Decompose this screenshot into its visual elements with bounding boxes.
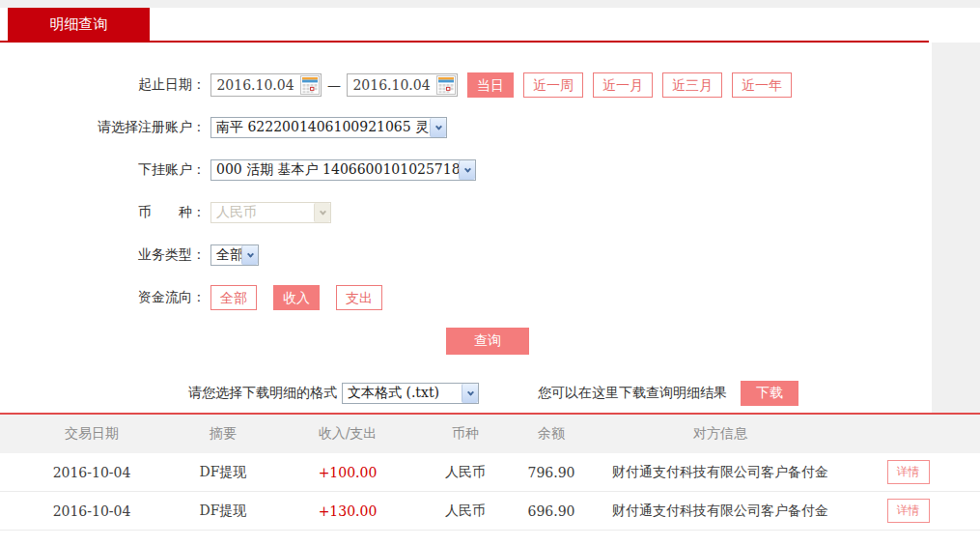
business-type-value: 全部 [211, 246, 241, 264]
results-table: 交易日期 摘要 收入/支出 币种 余额 对方信息 2016-10-04 DF提现… [0, 413, 980, 531]
tab-detail-query[interactable]: 明细查询 [8, 8, 150, 41]
header-balance: 余额 [498, 425, 604, 443]
sub-account-value: 000 活期 基本户 140660010102571848 [211, 161, 459, 179]
fund-flow-income-button[interactable]: 收入 [273, 285, 320, 310]
fund-flow-all-button[interactable]: 全部 [210, 285, 257, 310]
date-from-input[interactable]: 2016.10.04 [210, 73, 322, 97]
table-row: 2016-10-04 DF提现 +130.00 人民币 696.90 财付通支付… [0, 492, 980, 531]
chevron-down-icon[interactable] [241, 245, 258, 265]
cell-summary: DF提现 [183, 503, 263, 520]
detail-button[interactable]: 详情 [887, 499, 930, 523]
cell-counterparty: 财付通支付科技有限公司客户备付金 [604, 464, 836, 481]
cell-summary: DF提现 [183, 464, 263, 481]
calendar-icon[interactable] [299, 74, 321, 96]
query-button[interactable]: 查询 [446, 328, 529, 355]
currency-row: 币 种： 人民币 [0, 200, 929, 225]
cell-balance: 796.90 [498, 465, 604, 480]
cell-amount: +100.00 [263, 465, 433, 480]
business-type-row: 业务类型： 全部 [0, 243, 929, 268]
fund-flow-row: 资金流向： 全部 收入 支出 [0, 285, 929, 310]
date-range-row: 起止日期： 2016.10.04 — 2016.10.04 [0, 72, 929, 98]
cell-transaction-date: 2016-10-04 [0, 465, 183, 480]
query-row: 查询 [0, 328, 929, 355]
cell-currency: 人民币 [433, 503, 498, 520]
date-to-value: 2016.10.04 [348, 77, 435, 93]
chevron-down-icon[interactable] [459, 160, 475, 180]
business-type-label: 业务类型： [0, 246, 206, 264]
date-range-label: 起止日期： [0, 76, 206, 94]
date-from-value: 2016.10.04 [211, 77, 299, 93]
cell-action: 详情 [836, 499, 980, 523]
fund-flow-label: 资金流向： [0, 289, 206, 306]
quick-button-last-year[interactable]: 近一年 [732, 72, 792, 98]
currency-label: 币 种： [0, 204, 206, 221]
sub-account-select[interactable]: 000 活期 基本户 140660010102571848 [210, 159, 476, 181]
register-account-value: 南平 6222001406100921065 灵通卡 [211, 119, 430, 136]
page-top-strip [0, 0, 980, 8]
header-counterparty: 对方信息 [604, 425, 836, 443]
register-account-label: 请选择注册账户： [0, 119, 206, 136]
cell-action: 详情 [836, 460, 980, 484]
register-account-row: 请选择注册账户： 南平 6222001406100921065 灵通卡 [0, 115, 929, 140]
detail-button[interactable]: 详情 [887, 460, 930, 484]
cell-amount: +130.00 [263, 503, 433, 519]
page-right-strip [932, 43, 980, 413]
download-row: 请您选择下载明细的格式 文本格式 (.txt) 您可以在这里下载查询明细结果 下… [188, 381, 929, 406]
header-currency: 币种 [433, 425, 498, 443]
sub-account-label: 下挂账户： [0, 161, 206, 179]
download-format-select[interactable]: 文本格式 (.txt) [342, 383, 479, 404]
cell-counterparty: 财付通支付科技有限公司客户备付金 [604, 503, 836, 520]
chevron-down-icon [314, 203, 330, 222]
currency-select: 人民币 [210, 202, 331, 223]
chevron-down-icon[interactable] [430, 118, 446, 137]
download-button[interactable]: 下载 [741, 381, 798, 406]
query-form: 起止日期： 2016.10.04 — 2016.10.04 [0, 43, 929, 406]
download-format-label: 请您选择下载明细的格式 [188, 385, 337, 402]
tab-bar: 明细查询 [0, 8, 980, 41]
header-income-expense: 收入/支出 [263, 425, 433, 443]
sub-account-row: 下挂账户： 000 活期 基本户 140660010102571848 [0, 158, 929, 183]
header-summary: 摘要 [183, 425, 263, 443]
quick-button-last-week[interactable]: 近一周 [523, 72, 583, 98]
cell-transaction-date: 2016-10-04 [0, 503, 183, 519]
currency-value: 人民币 [211, 204, 257, 221]
chevron-down-icon[interactable] [462, 384, 478, 403]
table-header-row: 交易日期 摘要 收入/支出 币种 余额 对方信息 [0, 415, 980, 453]
date-to-input[interactable]: 2016.10.04 [347, 73, 458, 97]
date-range-separator: — [327, 77, 341, 93]
calendar-icon[interactable] [435, 74, 457, 96]
tab-label: 明细查询 [50, 15, 108, 34]
cell-balance: 696.90 [498, 503, 604, 519]
table-row: 2016-10-04 DF提现 +100.00 人民币 796.90 财付通支付… [0, 453, 980, 492]
download-hint: 您可以在这里下载查询明细结果 [538, 385, 727, 402]
quick-button-today[interactable]: 当日 [467, 72, 514, 98]
download-format-value: 文本格式 (.txt) [343, 385, 439, 402]
quick-button-last-3-months[interactable]: 近三月 [662, 72, 722, 98]
register-account-select[interactable]: 南平 6222001406100921065 灵通卡 [210, 117, 447, 138]
header-transaction-date: 交易日期 [0, 425, 183, 443]
business-type-select[interactable]: 全部 [210, 244, 259, 266]
quick-button-last-month[interactable]: 近一月 [593, 72, 653, 98]
cell-currency: 人民币 [433, 464, 498, 481]
fund-flow-expense-button[interactable]: 支出 [336, 285, 382, 310]
